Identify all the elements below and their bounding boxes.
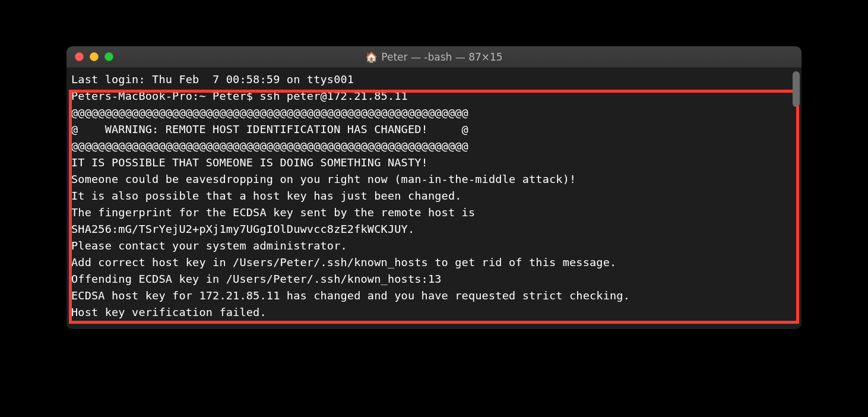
scrollbar-track[interactable]	[791, 68, 802, 157]
terminal-line: Add correct host key in /Users/Peter/.ss…	[71, 254, 797, 271]
close-button[interactable]	[75, 52, 84, 61]
terminal-line: Peters-MacBook-Pro:~ Peter$ ssh peter@17…	[71, 88, 797, 105]
terminal-line: @@@@@@@@@@@@@@@@@@@@@@@@@@@@@@@@@@@@@@@@…	[71, 105, 797, 121]
minimize-button[interactable]	[90, 52, 99, 61]
terminal-line: Please contact your system administrator…	[71, 238, 797, 254]
terminal-line: Offending ECDSA key in /Users/Peter/.ssh…	[71, 271, 797, 288]
window-title: 🏠 Peter — -bash — 87×15	[66, 51, 802, 63]
terminal-line: Someone could be eavesdropping on you ri…	[71, 171, 797, 188]
terminal-line: ECDSA host key for 172.21.85.11 has chan…	[71, 288, 797, 304]
maximize-button[interactable]	[104, 52, 113, 61]
terminal-line: It is also possible that a host key has …	[71, 188, 797, 204]
terminal-line: SHA256:mG/TSrYejU2+pXj1my7UGgIOlDuwvcc8z…	[71, 221, 797, 238]
window-title-text: Peter — -bash — 87×15	[381, 51, 502, 63]
scrollbar-thumb[interactable]	[793, 71, 800, 107]
terminal-line: Host key verification failed.	[71, 304, 797, 321]
terminal-window: 🏠 Peter — -bash — 87×15 Last login: Thu …	[66, 46, 802, 329]
traffic-lights	[75, 52, 113, 61]
terminal-line: The fingerprint for the ECDSA key sent b…	[71, 204, 797, 221]
terminal-line: @ WARNING: REMOTE HOST IDENTIFICATION HA…	[71, 121, 797, 138]
terminal-line: Last login: Thu Feb 7 00:58:59 on ttys00…	[71, 71, 797, 88]
terminal-content: Last login: Thu Feb 7 00:58:59 on ttys00…	[71, 71, 797, 321]
terminal-line: IT IS POSSIBLE THAT SOMEONE IS DOING SOM…	[71, 154, 797, 171]
terminal-body[interactable]: Last login: Thu Feb 7 00:58:59 on ttys00…	[66, 68, 802, 329]
home-icon: 🏠	[365, 51, 378, 63]
terminal-line: @@@@@@@@@@@@@@@@@@@@@@@@@@@@@@@@@@@@@@@@…	[71, 138, 797, 154]
window-titlebar[interactable]: 🏠 Peter — -bash — 87×15	[66, 46, 802, 68]
